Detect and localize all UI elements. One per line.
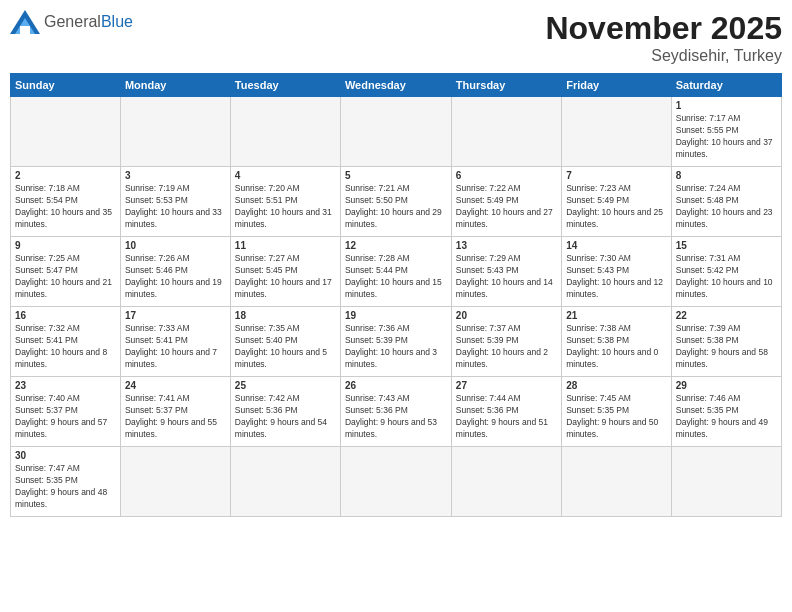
cell-info: Sunrise: 7:35 AMSunset: 5:40 PMDaylight:…	[235, 323, 336, 371]
day-header-tuesday: Tuesday	[230, 74, 340, 97]
calendar-cell: 23Sunrise: 7:40 AMSunset: 5:37 PMDayligh…	[11, 377, 121, 447]
cell-day-number: 15	[676, 240, 777, 251]
cell-day-number: 22	[676, 310, 777, 321]
calendar-cell: 24Sunrise: 7:41 AMSunset: 5:37 PMDayligh…	[120, 377, 230, 447]
cell-info: Sunrise: 7:43 AMSunset: 5:36 PMDaylight:…	[345, 393, 447, 441]
cell-day-number: 20	[456, 310, 557, 321]
cell-day-number: 29	[676, 380, 777, 391]
cell-info: Sunrise: 7:38 AMSunset: 5:38 PMDaylight:…	[566, 323, 667, 371]
cell-info: Sunrise: 7:24 AMSunset: 5:48 PMDaylight:…	[676, 183, 777, 231]
cell-day-number: 3	[125, 170, 226, 181]
cell-day-number: 9	[15, 240, 116, 251]
cell-day-number: 16	[15, 310, 116, 321]
cell-info: Sunrise: 7:27 AMSunset: 5:45 PMDaylight:…	[235, 253, 336, 301]
cell-info: Sunrise: 7:18 AMSunset: 5:54 PMDaylight:…	[15, 183, 116, 231]
calendar-cell	[671, 447, 781, 517]
logo: GeneralBlue	[10, 10, 133, 34]
calendar: SundayMondayTuesdayWednesdayThursdayFrid…	[10, 73, 782, 517]
cell-day-number: 19	[345, 310, 447, 321]
calendar-cell: 6Sunrise: 7:22 AMSunset: 5:49 PMDaylight…	[451, 167, 561, 237]
calendar-cell: 26Sunrise: 7:43 AMSunset: 5:36 PMDayligh…	[340, 377, 451, 447]
calendar-cell: 27Sunrise: 7:44 AMSunset: 5:36 PMDayligh…	[451, 377, 561, 447]
calendar-header: SundayMondayTuesdayWednesdayThursdayFrid…	[11, 74, 782, 97]
cell-info: Sunrise: 7:37 AMSunset: 5:39 PMDaylight:…	[456, 323, 557, 371]
day-header-monday: Monday	[120, 74, 230, 97]
calendar-cell: 15Sunrise: 7:31 AMSunset: 5:42 PMDayligh…	[671, 237, 781, 307]
calendar-week-5: 30Sunrise: 7:47 AMSunset: 5:35 PMDayligh…	[11, 447, 782, 517]
cell-info: Sunrise: 7:22 AMSunset: 5:49 PMDaylight:…	[456, 183, 557, 231]
calendar-cell: 1Sunrise: 7:17 AMSunset: 5:55 PMDaylight…	[671, 97, 781, 167]
cell-info: Sunrise: 7:20 AMSunset: 5:51 PMDaylight:…	[235, 183, 336, 231]
calendar-cell: 17Sunrise: 7:33 AMSunset: 5:41 PMDayligh…	[120, 307, 230, 377]
logo-icon	[10, 10, 40, 34]
calendar-cell	[562, 447, 672, 517]
page: GeneralBlue November 2025 Seydisehir, Tu…	[0, 0, 792, 612]
calendar-cell	[340, 97, 451, 167]
cell-day-number: 5	[345, 170, 447, 181]
cell-day-number: 10	[125, 240, 226, 251]
cell-day-number: 14	[566, 240, 667, 251]
calendar-cell	[11, 97, 121, 167]
calendar-cell: 9Sunrise: 7:25 AMSunset: 5:47 PMDaylight…	[11, 237, 121, 307]
cell-info: Sunrise: 7:47 AMSunset: 5:35 PMDaylight:…	[15, 463, 116, 511]
calendar-cell: 28Sunrise: 7:45 AMSunset: 5:35 PMDayligh…	[562, 377, 672, 447]
cell-info: Sunrise: 7:28 AMSunset: 5:44 PMDaylight:…	[345, 253, 447, 301]
calendar-cell: 25Sunrise: 7:42 AMSunset: 5:36 PMDayligh…	[230, 377, 340, 447]
cell-info: Sunrise: 7:17 AMSunset: 5:55 PMDaylight:…	[676, 113, 777, 161]
cell-info: Sunrise: 7:29 AMSunset: 5:43 PMDaylight:…	[456, 253, 557, 301]
calendar-cell: 3Sunrise: 7:19 AMSunset: 5:53 PMDaylight…	[120, 167, 230, 237]
calendar-cell	[230, 97, 340, 167]
calendar-cell	[340, 447, 451, 517]
cell-info: Sunrise: 7:23 AMSunset: 5:49 PMDaylight:…	[566, 183, 667, 231]
cell-day-number: 2	[15, 170, 116, 181]
calendar-cell	[230, 447, 340, 517]
cell-info: Sunrise: 7:19 AMSunset: 5:53 PMDaylight:…	[125, 183, 226, 231]
logo-blue: Blue	[101, 13, 133, 30]
calendar-cell: 10Sunrise: 7:26 AMSunset: 5:46 PMDayligh…	[120, 237, 230, 307]
cell-day-number: 28	[566, 380, 667, 391]
cell-info: Sunrise: 7:32 AMSunset: 5:41 PMDaylight:…	[15, 323, 116, 371]
day-headers-row: SundayMondayTuesdayWednesdayThursdayFrid…	[11, 74, 782, 97]
cell-day-number: 6	[456, 170, 557, 181]
cell-info: Sunrise: 7:33 AMSunset: 5:41 PMDaylight:…	[125, 323, 226, 371]
cell-day-number: 26	[345, 380, 447, 391]
calendar-cell: 20Sunrise: 7:37 AMSunset: 5:39 PMDayligh…	[451, 307, 561, 377]
day-header-saturday: Saturday	[671, 74, 781, 97]
calendar-cell: 12Sunrise: 7:28 AMSunset: 5:44 PMDayligh…	[340, 237, 451, 307]
title-block: November 2025 Seydisehir, Turkey	[545, 10, 782, 65]
cell-day-number: 12	[345, 240, 447, 251]
cell-info: Sunrise: 7:26 AMSunset: 5:46 PMDaylight:…	[125, 253, 226, 301]
calendar-week-0: 1Sunrise: 7:17 AMSunset: 5:55 PMDaylight…	[11, 97, 782, 167]
calendar-body: 1Sunrise: 7:17 AMSunset: 5:55 PMDaylight…	[11, 97, 782, 517]
cell-info: Sunrise: 7:44 AMSunset: 5:36 PMDaylight:…	[456, 393, 557, 441]
calendar-cell: 19Sunrise: 7:36 AMSunset: 5:39 PMDayligh…	[340, 307, 451, 377]
header: GeneralBlue November 2025 Seydisehir, Tu…	[10, 10, 782, 65]
cell-info: Sunrise: 7:30 AMSunset: 5:43 PMDaylight:…	[566, 253, 667, 301]
calendar-cell: 16Sunrise: 7:32 AMSunset: 5:41 PMDayligh…	[11, 307, 121, 377]
cell-day-number: 21	[566, 310, 667, 321]
calendar-cell: 30Sunrise: 7:47 AMSunset: 5:35 PMDayligh…	[11, 447, 121, 517]
calendar-cell: 13Sunrise: 7:29 AMSunset: 5:43 PMDayligh…	[451, 237, 561, 307]
calendar-cell: 8Sunrise: 7:24 AMSunset: 5:48 PMDaylight…	[671, 167, 781, 237]
cell-day-number: 30	[15, 450, 116, 461]
cell-day-number: 13	[456, 240, 557, 251]
cell-day-number: 11	[235, 240, 336, 251]
day-header-sunday: Sunday	[11, 74, 121, 97]
cell-day-number: 24	[125, 380, 226, 391]
calendar-cell: 22Sunrise: 7:39 AMSunset: 5:38 PMDayligh…	[671, 307, 781, 377]
calendar-cell: 11Sunrise: 7:27 AMSunset: 5:45 PMDayligh…	[230, 237, 340, 307]
calendar-cell	[120, 447, 230, 517]
cell-info: Sunrise: 7:46 AMSunset: 5:35 PMDaylight:…	[676, 393, 777, 441]
cell-info: Sunrise: 7:41 AMSunset: 5:37 PMDaylight:…	[125, 393, 226, 441]
calendar-cell	[120, 97, 230, 167]
calendar-cell	[451, 447, 561, 517]
calendar-cell: 2Sunrise: 7:18 AMSunset: 5:54 PMDaylight…	[11, 167, 121, 237]
cell-info: Sunrise: 7:42 AMSunset: 5:36 PMDaylight:…	[235, 393, 336, 441]
logo-general: General	[44, 13, 101, 30]
cell-day-number: 1	[676, 100, 777, 111]
logo-text: GeneralBlue	[44, 13, 133, 31]
day-header-wednesday: Wednesday	[340, 74, 451, 97]
calendar-week-2: 9Sunrise: 7:25 AMSunset: 5:47 PMDaylight…	[11, 237, 782, 307]
cell-day-number: 17	[125, 310, 226, 321]
cell-info: Sunrise: 7:36 AMSunset: 5:39 PMDaylight:…	[345, 323, 447, 371]
